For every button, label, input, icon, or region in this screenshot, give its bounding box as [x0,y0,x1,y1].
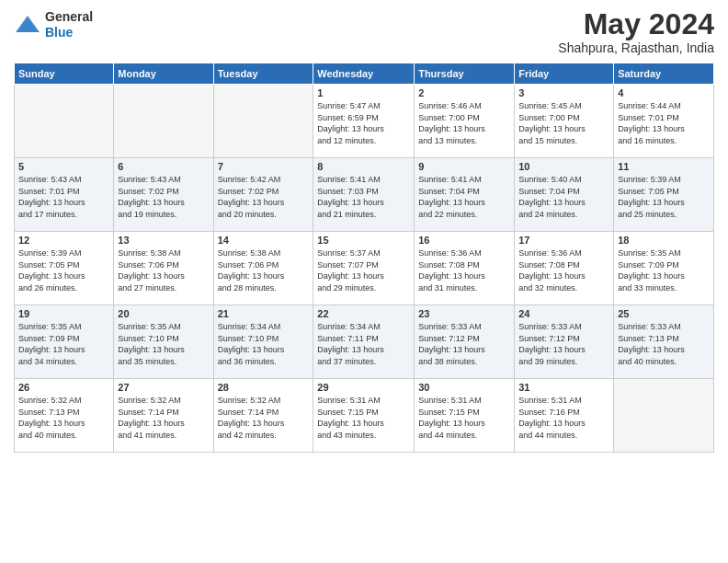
calendar-table: SundayMondayTuesdayWednesdayThursdayFrid… [14,63,714,453]
calendar-cell: 6Sunrise: 5:43 AM Sunset: 7:02 PM Daylig… [114,158,213,232]
calendar-header-friday: Friday [515,63,614,85]
day-info: Sunrise: 5:44 AM Sunset: 7:01 PM Dayligh… [618,100,710,146]
day-info: Sunrise: 5:33 AM Sunset: 7:12 PM Dayligh… [418,321,510,367]
calendar-cell: 26Sunrise: 5:32 AM Sunset: 7:13 PM Dayli… [15,379,114,453]
calendar-header-sunday: Sunday [15,63,114,85]
calendar-cell [114,85,213,158]
day-number: 7 [218,161,310,172]
day-number: 17 [518,235,609,246]
calendar-cell: 17Sunrise: 5:36 AM Sunset: 7:08 PM Dayli… [515,232,614,305]
calendar-cell [15,85,114,158]
calendar-cell [213,85,313,158]
day-info: Sunrise: 5:38 AM Sunset: 7:06 PM Dayligh… [218,247,310,293]
calendar-header-saturday: Saturday [614,63,714,85]
day-info: Sunrise: 5:32 AM Sunset: 7:14 PM Dayligh… [118,395,209,441]
calendar-cell: 22Sunrise: 5:34 AM Sunset: 7:11 PM Dayli… [313,305,415,379]
location: Shahpura, Rajasthan, India [558,40,714,55]
day-number: 31 [518,382,609,393]
calendar-cell: 8Sunrise: 5:41 AM Sunset: 7:03 PM Daylig… [313,158,415,232]
day-info: Sunrise: 5:43 AM Sunset: 7:02 PM Dayligh… [118,174,209,220]
calendar-cell: 16Sunrise: 5:36 AM Sunset: 7:08 PM Dayli… [415,232,515,305]
logo-icon [14,14,41,36]
calendar-cell: 7Sunrise: 5:42 AM Sunset: 7:02 PM Daylig… [213,158,313,232]
logo-text: General Blue [45,9,93,40]
day-number: 27 [118,382,209,393]
day-info: Sunrise: 5:39 AM Sunset: 7:05 PM Dayligh… [618,174,710,220]
day-number: 21 [218,308,310,319]
day-number: 9 [418,161,510,172]
day-info: Sunrise: 5:36 AM Sunset: 7:08 PM Dayligh… [518,247,609,293]
day-info: Sunrise: 5:36 AM Sunset: 7:08 PM Dayligh… [418,247,510,293]
calendar-week-row: 12Sunrise: 5:39 AM Sunset: 7:05 PM Dayli… [15,232,714,305]
page-container: General Blue May 2024 Shahpura, Rajastha… [0,0,728,563]
day-number: 19 [18,308,109,319]
day-info: Sunrise: 5:46 AM Sunset: 7:00 PM Dayligh… [418,100,510,146]
day-number: 23 [418,308,510,319]
calendar-cell: 13Sunrise: 5:38 AM Sunset: 7:06 PM Dayli… [114,232,213,305]
calendar-cell: 4Sunrise: 5:44 AM Sunset: 7:01 PM Daylig… [614,85,714,158]
day-info: Sunrise: 5:39 AM Sunset: 7:05 PM Dayligh… [18,247,109,293]
day-number: 18 [618,235,710,246]
day-info: Sunrise: 5:33 AM Sunset: 7:12 PM Dayligh… [518,321,609,367]
calendar-cell: 11Sunrise: 5:39 AM Sunset: 7:05 PM Dayli… [614,158,714,232]
calendar-cell: 31Sunrise: 5:31 AM Sunset: 7:16 PM Dayli… [515,379,614,453]
calendar-cell: 10Sunrise: 5:40 AM Sunset: 7:04 PM Dayli… [515,158,614,232]
day-number: 12 [18,235,109,246]
calendar-cell: 19Sunrise: 5:35 AM Sunset: 7:09 PM Dayli… [15,305,114,379]
day-number: 14 [218,235,310,246]
calendar-cell: 27Sunrise: 5:32 AM Sunset: 7:14 PM Dayli… [114,379,213,453]
calendar-cell: 30Sunrise: 5:31 AM Sunset: 7:15 PM Dayli… [415,379,515,453]
calendar-week-row: 1Sunrise: 5:47 AM Sunset: 6:59 PM Daylig… [15,85,714,158]
calendar-cell [614,379,714,453]
month-year: May 2024 [558,9,714,39]
day-number: 26 [18,382,109,393]
calendar-cell: 29Sunrise: 5:31 AM Sunset: 7:15 PM Dayli… [313,379,415,453]
day-info: Sunrise: 5:41 AM Sunset: 7:03 PM Dayligh… [317,174,410,220]
calendar-cell: 3Sunrise: 5:45 AM Sunset: 7:00 PM Daylig… [515,85,614,158]
calendar-cell: 1Sunrise: 5:47 AM Sunset: 6:59 PM Daylig… [313,85,415,158]
day-number: 3 [518,87,609,98]
day-number: 29 [317,382,410,393]
day-info: Sunrise: 5:43 AM Sunset: 7:01 PM Dayligh… [18,174,109,220]
day-info: Sunrise: 5:31 AM Sunset: 7:16 PM Dayligh… [518,395,609,441]
calendar-week-row: 5Sunrise: 5:43 AM Sunset: 7:01 PM Daylig… [15,158,714,232]
day-number: 5 [18,161,109,172]
day-number: 20 [118,308,209,319]
day-info: Sunrise: 5:34 AM Sunset: 7:11 PM Dayligh… [317,321,410,367]
calendar-header-row: SundayMondayTuesdayWednesdayThursdayFrid… [15,63,714,85]
day-number: 10 [518,161,609,172]
day-number: 1 [317,87,410,98]
day-info: Sunrise: 5:45 AM Sunset: 7:00 PM Dayligh… [518,100,609,146]
day-info: Sunrise: 5:31 AM Sunset: 7:15 PM Dayligh… [418,395,510,441]
logo: General Blue [14,9,93,40]
calendar-week-row: 19Sunrise: 5:35 AM Sunset: 7:09 PM Dayli… [15,305,714,379]
calendar-cell: 28Sunrise: 5:32 AM Sunset: 7:14 PM Dayli… [213,379,313,453]
day-number: 28 [218,382,310,393]
calendar-cell: 18Sunrise: 5:35 AM Sunset: 7:09 PM Dayli… [614,232,714,305]
calendar-header-monday: Monday [114,63,213,85]
title-block: May 2024 Shahpura, Rajasthan, India [558,9,714,55]
calendar-cell: 5Sunrise: 5:43 AM Sunset: 7:01 PM Daylig… [15,158,114,232]
day-info: Sunrise: 5:32 AM Sunset: 7:14 PM Dayligh… [218,395,310,441]
logo-blue: Blue [45,25,73,40]
calendar-header-wednesday: Wednesday [313,63,415,85]
day-info: Sunrise: 5:41 AM Sunset: 7:04 PM Dayligh… [418,174,510,220]
calendar-cell: 21Sunrise: 5:34 AM Sunset: 7:10 PM Dayli… [213,305,313,379]
day-number: 22 [317,308,410,319]
day-info: Sunrise: 5:40 AM Sunset: 7:04 PM Dayligh… [518,174,609,220]
day-number: 13 [118,235,209,246]
day-info: Sunrise: 5:34 AM Sunset: 7:10 PM Dayligh… [218,321,310,367]
calendar-header-thursday: Thursday [415,63,515,85]
calendar-cell: 25Sunrise: 5:33 AM Sunset: 7:13 PM Dayli… [614,305,714,379]
calendar-cell: 15Sunrise: 5:37 AM Sunset: 7:07 PM Dayli… [313,232,415,305]
day-number: 24 [518,308,609,319]
calendar-cell: 14Sunrise: 5:38 AM Sunset: 7:06 PM Dayli… [213,232,313,305]
day-number: 15 [317,235,410,246]
day-info: Sunrise: 5:37 AM Sunset: 7:07 PM Dayligh… [317,247,410,293]
day-number: 16 [418,235,510,246]
calendar-cell: 12Sunrise: 5:39 AM Sunset: 7:05 PM Dayli… [15,232,114,305]
day-info: Sunrise: 5:31 AM Sunset: 7:15 PM Dayligh… [317,395,410,441]
calendar-cell: 9Sunrise: 5:41 AM Sunset: 7:04 PM Daylig… [415,158,515,232]
calendar-cell: 23Sunrise: 5:33 AM Sunset: 7:12 PM Dayli… [415,305,515,379]
day-info: Sunrise: 5:32 AM Sunset: 7:13 PM Dayligh… [18,395,109,441]
